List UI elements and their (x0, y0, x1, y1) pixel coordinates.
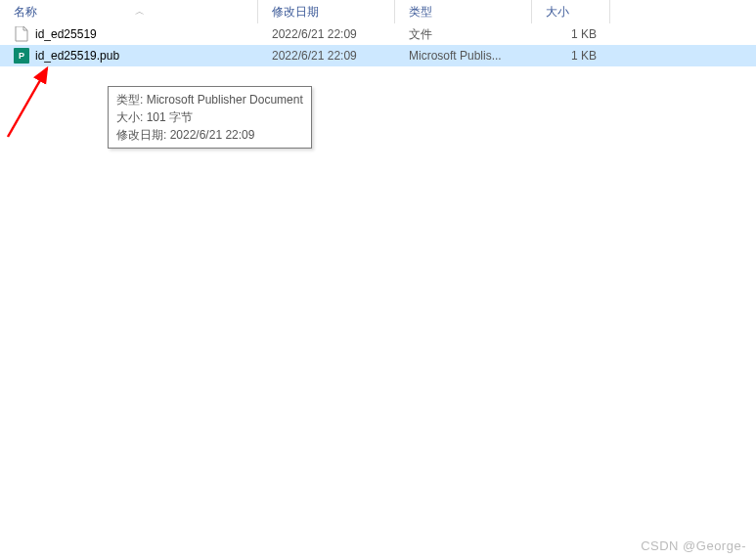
file-list-pane: 名称 ︿ 修改日期 类型 大小 id_ed25519 2022/6/21 22:… (0, 0, 756, 66)
column-header-row: 名称 ︿ 修改日期 类型 大小 (0, 0, 756, 23)
column-header-date-label: 修改日期 (272, 4, 319, 21)
file-size-cell: 1 KB (532, 45, 610, 66)
column-header-type-label: 类型 (409, 4, 432, 21)
column-header-name-label: 名称 (14, 4, 37, 21)
column-header-type[interactable]: 类型 (395, 0, 532, 23)
tooltip-date-line: 修改日期: 2022/6/21 22:09 (116, 126, 303, 144)
column-header-size-label: 大小 (546, 4, 569, 21)
file-row[interactable]: P id_ed25519.pub 2022/6/21 22:09 Microso… (0, 45, 756, 66)
tooltip-size-line: 大小: 101 字节 (116, 108, 303, 126)
file-name-cell: id_ed25519 (0, 23, 258, 45)
file-date-cell: 2022/6/21 22:09 (258, 45, 395, 66)
document-icon (14, 26, 29, 42)
file-type-cell: Microsoft Publis... (395, 45, 532, 66)
file-row[interactable]: id_ed25519 2022/6/21 22:09 文件 1 KB (0, 23, 756, 45)
column-header-size[interactable]: 大小 (532, 0, 610, 23)
file-size-cell: 1 KB (532, 23, 610, 45)
file-name-label: id_ed25519 (35, 27, 97, 41)
file-name-label: id_ed25519.pub (35, 49, 119, 63)
column-header-name[interactable]: 名称 ︿ (0, 0, 258, 23)
file-name-cell: P id_ed25519.pub (0, 45, 258, 66)
publisher-icon: P (14, 48, 29, 64)
column-header-date[interactable]: 修改日期 (258, 0, 395, 23)
file-date-cell: 2022/6/21 22:09 (258, 23, 395, 45)
watermark-text: CSDN @George- (641, 538, 746, 553)
tooltip-type-line: 类型: Microsoft Publisher Document (116, 91, 303, 108)
svg-line-1 (8, 68, 47, 137)
sort-ascending-icon: ︿ (135, 5, 145, 19)
file-tooltip: 类型: Microsoft Publisher Document 大小: 101… (108, 86, 312, 149)
file-type-cell: 文件 (395, 23, 532, 45)
